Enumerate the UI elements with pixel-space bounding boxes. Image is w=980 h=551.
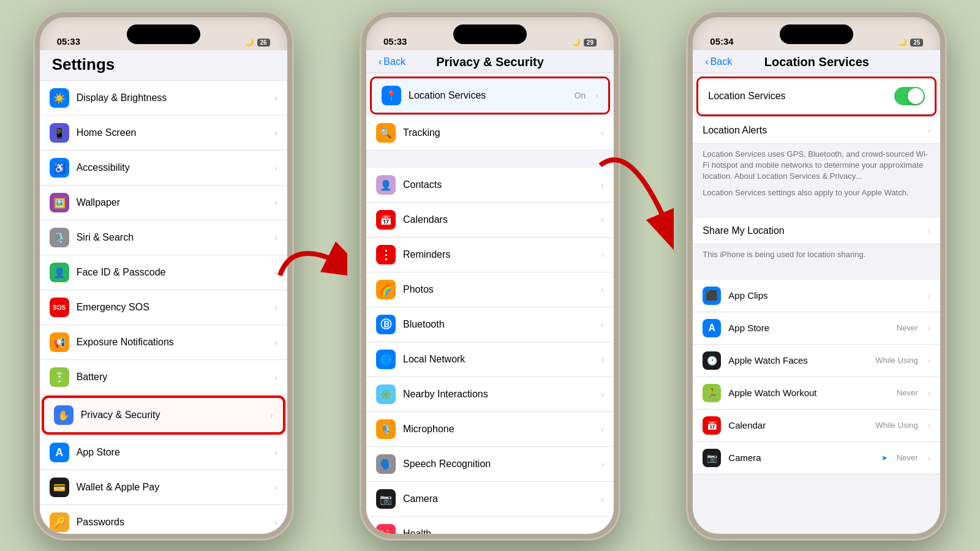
exposure-chevron: › [274, 337, 277, 347]
nav-title-3: Location Services [705, 55, 928, 69]
appstore-icon: A [50, 443, 69, 462]
settings-item-privacy[interactable]: ✋ Privacy & Security › [42, 396, 285, 434]
status-right-2: 🌙 29 [571, 38, 597, 47]
settings-item-wallpaper[interactable]: 🖼️ Wallpaper › [40, 186, 287, 220]
homescreen-chevron: › [274, 128, 277, 138]
settings-item-health[interactable]: ❤️ Health › [366, 517, 614, 534]
settings-item-siri[interactable]: 🎙️ Siri & Search › [40, 220, 287, 255]
phones-container: 05:33 🌙 26 Settings ☀️ Display & Brightn… [0, 12, 980, 539]
settings-item-exposure[interactable]: 📢 Exposure Notifications › [40, 325, 287, 360]
appstore-label: App Store [77, 447, 267, 458]
battery-label: Battery [77, 372, 267, 383]
settings-item-location-alerts[interactable]: Location Alerts › [693, 118, 940, 144]
settings-item-nearby[interactable]: ✳️ Nearby Interactions › [366, 377, 614, 412]
settings-item-microphone[interactable]: 🎙️ Microphone › [366, 412, 614, 447]
location-label: Location Services [409, 90, 567, 101]
phone2-wrapper: 05:33 🌙 29 ‹ Back Privacy & Security [361, 12, 619, 539]
watchworkout-name: Apple Watch Workout [728, 388, 889, 398]
app-item-watchfaces[interactable]: 🕐 Apple Watch Faces While Using › [693, 345, 940, 377]
section-gap-3 [693, 201, 940, 218]
reminders-chevron: › [601, 250, 604, 260]
calendars-label: Calendars [403, 214, 594, 225]
status-time-1: 05:33 [57, 36, 80, 47]
section-gap-4 [693, 263, 940, 280]
appclips-icon: ⬛ [703, 287, 721, 305]
photos-chevron: › [601, 285, 604, 294]
app-item-appstore[interactable]: A App Store Never › [693, 312, 940, 345]
siri-icon: 🎙️ [50, 228, 69, 247]
settings-item-location[interactable]: 📍 Location Services On › [372, 78, 608, 113]
app-item-watchworkout[interactable]: 🏃 Apple Watch Workout Never › [693, 377, 940, 410]
nav-title-2: Privacy & Security [379, 55, 601, 69]
camera3-location-icon: ➤ [881, 454, 888, 462]
homescreen-icon: 📱 [50, 123, 69, 143]
phone3-wrapper: 05:34 🌙 25 ‹ Back Location Services [688, 12, 945, 539]
localnetwork-label: Local Network [403, 354, 594, 365]
settings-item-camera[interactable]: 📷 Camera › [366, 482, 614, 517]
camera2-icon: 📷 [376, 489, 396, 509]
wallet-icon: 💳 [50, 478, 69, 497]
emergency-label: Emergency SOS [77, 302, 267, 313]
settings-item-photos[interactable]: 🌈 Photos › [366, 272, 614, 307]
watchfaces-name: Apple Watch Faces [728, 355, 868, 365]
accessibility-label: Accessibility [77, 162, 267, 173]
bluetooth-label: Bluetooth [403, 319, 594, 330]
location-toggle[interactable] [894, 87, 925, 105]
moon-icon-3: 🌙 [898, 38, 907, 47]
appstore3-perm: Never [897, 323, 918, 332]
microphone-label: Microphone [403, 424, 594, 435]
app-item-camera3[interactable]: 📷 Camera ➤ Never › [693, 442, 940, 474]
location-toggle-label: Location Services [708, 91, 785, 102]
settings-item-display[interactable]: ☀️ Display & Brightness › [40, 80, 287, 116]
app-item-calendar[interactable]: 📅 Calendar While Using › [693, 410, 940, 442]
settings-item-wallet[interactable]: 💳 Wallet & Apple Pay › [40, 470, 287, 505]
appclips-chevron: › [928, 291, 931, 301]
dynamic-island-3 [780, 24, 853, 44]
settings-item-battery[interactable]: 🔋 Battery › [40, 360, 287, 395]
microphone-chevron: › [601, 424, 604, 434]
camera2-chevron: › [601, 494, 604, 504]
nav-bar-3: ‹ Back Location Services [693, 50, 940, 73]
settings-item-reminders[interactable]: ⋮ Reminders › [366, 238, 614, 272]
battery-badge-2: 29 [584, 39, 597, 47]
settings-item-passwords[interactable]: 🔑 Passwords › [40, 505, 287, 534]
settings-list-2: 📍 Location Services On › 🔍 Tracking › [366, 73, 614, 534]
settings-item-share-location[interactable]: Share My Location › [693, 218, 940, 244]
app-item-appclips[interactable]: ⬛ App Clips › [693, 280, 940, 312]
settings-item-speech[interactable]: 🗣️ Speech Recognition › [366, 447, 614, 482]
settings-item-localnetwork[interactable]: 🌐 Local Network › [366, 342, 614, 377]
contacts-label: Contacts [403, 179, 594, 190]
share-location-chevron: › [928, 226, 931, 236]
nearby-chevron: › [601, 389, 604, 399]
settings-item-bluetooth[interactable]: Ⓑ Bluetooth › [366, 307, 614, 342]
camera3-perm: Never [897, 453, 918, 462]
dynamic-island-1 [127, 24, 200, 44]
speech-chevron: › [601, 459, 604, 469]
settings-item-faceid[interactable]: 👤 Face ID & Passcode › [40, 255, 287, 290]
screen-1: Settings ☀️ Display & Brightness › 📱 Hom… [40, 50, 287, 534]
microphone-icon: 🎙️ [376, 419, 396, 439]
phone2: 05:33 🌙 29 ‹ Back Privacy & Security [361, 12, 619, 539]
location-chevron: › [595, 91, 598, 100]
appclips-name: App Clips [728, 290, 920, 301]
siri-chevron: › [274, 233, 277, 242]
calendar3-chevron: › [928, 421, 931, 430]
calendars-icon: 📅 [376, 210, 396, 230]
siri-label: Siri & Search [77, 232, 267, 243]
section-gap-1 [366, 151, 614, 168]
settings-item-emergency[interactable]: SOS Emergency SOS › [40, 290, 287, 325]
settings-item-calendars[interactable]: 📅 Calendars › [366, 203, 614, 238]
settings-item-contacts[interactable]: 👤 Contacts › [366, 168, 614, 203]
settings-item-appstore[interactable]: A App Store › [40, 435, 287, 470]
photos-icon: 🌈 [376, 280, 396, 299]
battery-icon: 🔋 [50, 367, 69, 387]
settings-item-accessibility[interactable]: ♿ Accessibility › [40, 151, 287, 186]
health-label: Health [403, 528, 594, 534]
phone3: 05:34 🌙 25 ‹ Back Location Services [688, 12, 945, 539]
settings-item-homescreen[interactable]: 📱 Home Screen › [40, 116, 287, 151]
status-time-2: 05:33 [383, 36, 407, 47]
tracking-icon: 🔍 [376, 123, 396, 143]
settings-item-tracking[interactable]: 🔍 Tracking › [366, 116, 614, 151]
health-icon: ❤️ [376, 524, 396, 534]
faceid-label: Face ID & Passcode [77, 267, 267, 278]
